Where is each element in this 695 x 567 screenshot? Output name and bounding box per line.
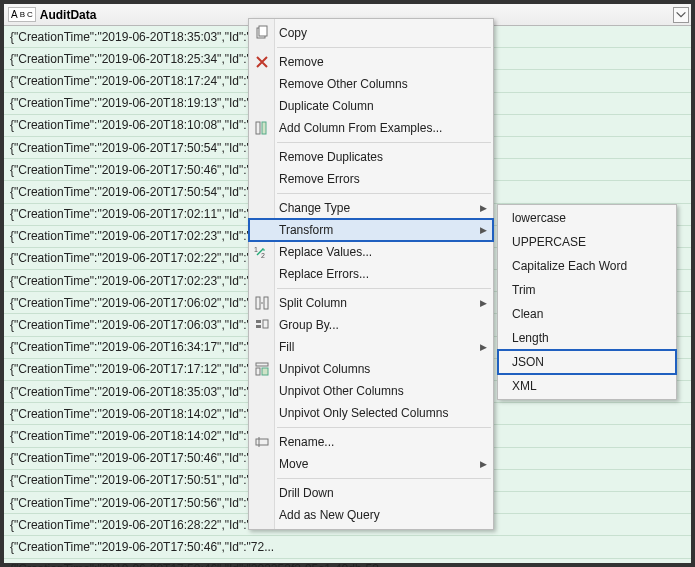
submenu-arrow-icon: ▶ [480, 459, 487, 469]
menu-move[interactable]: Move ▶ [249, 453, 493, 475]
menu-rename[interactable]: Rename... [249, 431, 493, 453]
menu-label: Drill Down [279, 486, 334, 500]
svg-rect-13 [262, 368, 268, 375]
menu-replace-values[interactable]: 12 Replace Values... [249, 241, 493, 263]
submenu-clean[interactable]: Clean [498, 302, 676, 326]
chevron-down-icon [674, 7, 688, 23]
replace-values-icon: 12 [253, 243, 271, 261]
menu-remove[interactable]: Remove [249, 51, 493, 73]
svg-rect-3 [262, 122, 266, 134]
svg-rect-9 [256, 325, 261, 328]
rename-icon [253, 433, 271, 451]
menu-group-by[interactable]: Group By... [249, 314, 493, 336]
menu-drill-down[interactable]: Drill Down [249, 482, 493, 504]
svg-rect-8 [256, 320, 261, 323]
menu-label: lowercase [512, 211, 566, 225]
group-by-icon [253, 316, 271, 334]
menu-label: UPPERCASE [512, 235, 586, 249]
submenu-arrow-icon: ▶ [480, 342, 487, 352]
svg-text:1: 1 [254, 246, 258, 253]
submenu-trim[interactable]: Trim [498, 278, 676, 302]
svg-rect-11 [256, 363, 268, 366]
menu-label: Remove Errors [279, 172, 360, 186]
submenu-capitalize[interactable]: Capitalize Each Word [498, 254, 676, 278]
column-filter-dropdown[interactable] [673, 7, 689, 23]
svg-text:2: 2 [261, 252, 265, 259]
menu-add-column-from-examples[interactable]: Add Column From Examples... [249, 117, 493, 139]
submenu-arrow-icon: ▶ [480, 225, 487, 235]
menu-remove-other-columns[interactable]: Remove Other Columns [249, 73, 493, 95]
menu-remove-duplicates[interactable]: Remove Duplicates [249, 146, 493, 168]
table-row[interactable]: {"CreationTime":"2019-06-20T17:50:46","I… [4, 536, 691, 558]
menu-label: Split Column [279, 296, 347, 310]
menu-label: Add Column From Examples... [279, 121, 442, 135]
menu-split-column[interactable]: Split Column ▶ [249, 292, 493, 314]
submenu-arrow-icon: ▶ [480, 298, 487, 308]
split-column-icon [253, 294, 271, 312]
menu-label: Transform [279, 223, 333, 237]
submenu-lowercase[interactable]: lowercase [498, 206, 676, 230]
menu-label: Clean [512, 307, 543, 321]
menu-label: Unpivot Columns [279, 362, 370, 376]
menu-add-as-new-query[interactable]: Add as New Query [249, 504, 493, 526]
svg-rect-10 [263, 320, 268, 328]
menu-label: Remove Other Columns [279, 77, 408, 91]
context-menu: Copy Remove Remove Other Columns Duplica… [248, 18, 494, 530]
menu-label: Move [279, 457, 308, 471]
menu-label: Remove [279, 55, 324, 69]
menu-change-type[interactable]: Change Type ▶ [249, 197, 493, 219]
menu-unpivot-other-columns[interactable]: Unpivot Other Columns [249, 380, 493, 402]
menu-label: Add as New Query [279, 508, 380, 522]
menu-label: Remove Duplicates [279, 150, 383, 164]
type-icon: ABC [8, 7, 36, 22]
menu-duplicate-column[interactable]: Duplicate Column [249, 95, 493, 117]
menu-label: Group By... [279, 318, 339, 332]
menu-label: Length [512, 331, 549, 345]
column-examples-icon [253, 119, 271, 137]
menu-label: Unpivot Other Columns [279, 384, 404, 398]
menu-unpivot-selected-columns[interactable]: Unpivot Only Selected Columns [249, 402, 493, 424]
svg-rect-6 [256, 297, 260, 309]
copy-icon [253, 24, 271, 42]
menu-label: JSON [512, 355, 544, 369]
menu-label: Change Type [279, 201, 350, 215]
remove-icon [253, 53, 271, 71]
submenu-length[interactable]: Length [498, 326, 676, 350]
menu-label: Replace Values... [279, 245, 372, 259]
menu-label: Replace Errors... [279, 267, 369, 281]
menu-label: XML [512, 379, 537, 393]
transform-submenu: lowercase UPPERCASE Capitalize Each Word… [497, 204, 677, 400]
menu-label: Copy [279, 26, 307, 40]
menu-label: Rename... [279, 435, 334, 449]
svg-rect-7 [264, 297, 268, 309]
submenu-json[interactable]: JSON [498, 350, 676, 374]
menu-copy[interactable]: Copy [249, 22, 493, 44]
menu-fill[interactable]: Fill ▶ [249, 336, 493, 358]
svg-rect-1 [259, 26, 267, 36]
window: ABC AuditData {"CreationTime":"2019-06-2… [0, 0, 695, 567]
svg-rect-2 [256, 122, 260, 134]
menu-replace-errors[interactable]: Replace Errors... [249, 263, 493, 285]
menu-label: Fill [279, 340, 294, 354]
menu-label: Duplicate Column [279, 99, 374, 113]
menu-unpivot-columns[interactable]: Unpivot Columns [249, 358, 493, 380]
menu-remove-errors[interactable]: Remove Errors [249, 168, 493, 190]
table-row[interactable]: {"CreationTime":"2019-06-20T17:50:46","I… [4, 559, 691, 568]
unpivot-icon [253, 360, 271, 378]
submenu-arrow-icon: ▶ [480, 203, 487, 213]
submenu-uppercase[interactable]: UPPERCASE [498, 230, 676, 254]
menu-label: Unpivot Only Selected Columns [279, 406, 448, 420]
menu-label: Capitalize Each Word [512, 259, 627, 273]
svg-rect-14 [256, 439, 268, 445]
menu-transform[interactable]: Transform ▶ [249, 219, 493, 241]
submenu-xml[interactable]: XML [498, 374, 676, 398]
menu-label: Trim [512, 283, 536, 297]
svg-rect-12 [256, 368, 260, 375]
